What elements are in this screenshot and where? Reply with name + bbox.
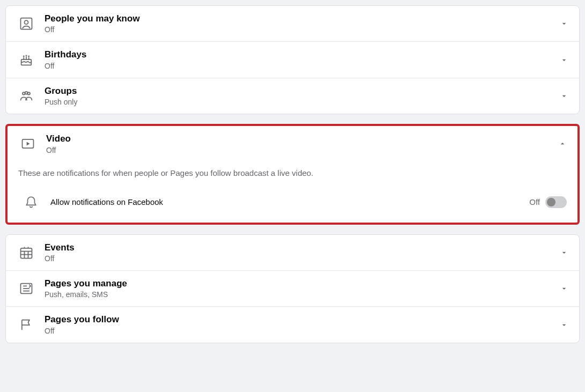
allow-notifications-row: Allow notifications on Facebook Off [8,188,577,223]
people-icon [17,14,36,33]
chevron-down-icon [560,248,568,257]
chevron-down-icon [560,19,568,28]
birthday-icon [17,50,36,70]
setting-title: Pages you manage [45,278,560,289]
svg-rect-0 [21,18,32,29]
svg-point-8 [25,92,28,94]
setting-status: Off [45,327,560,335]
setting-row-people-you-may-know[interactable]: People you may know Off [6,6,579,41]
svg-rect-10 [21,248,32,258]
svg-point-3 [24,56,24,56]
setting-row-birthdays[interactable]: Birthdays Off [6,41,579,77]
groups-icon [17,86,36,106]
setting-title: Groups [45,86,560,97]
setting-text: Pages you manage Push, emails, SMS [45,278,560,299]
setting-text: Birthdays Off [45,49,560,70]
video-icon [18,134,38,153]
video-description: These are notifications for when people … [8,162,577,188]
chevron-down-icon [560,92,568,100]
settings-card-video: Video Off These are notifications for wh… [5,124,580,224]
chevron-down-icon [560,321,568,329]
svg-point-4 [26,55,26,56]
setting-text: Video Off [46,134,558,154]
allow-notifications-toggle[interactable] [545,196,567,208]
setting-row-pages-you-follow[interactable]: Pages you follow Off [6,306,579,342]
settings-card-1: People you may know Off Birthdays Off Gr… [5,5,580,114]
setting-row-video[interactable]: Video Off [8,126,577,161]
setting-status: Push only [45,98,560,106]
setting-title: People you may know [45,13,560,24]
bell-icon [23,194,40,211]
setting-row-pages-you-manage[interactable]: Pages you manage Push, emails, SMS [6,270,579,306]
setting-status: Push, emails, SMS [45,290,560,299]
svg-point-1 [25,20,28,24]
chevron-down-icon [560,56,568,64]
setting-title: Birthdays [45,49,560,60]
setting-text: Pages you follow Off [45,314,560,335]
pages-manage-icon [17,279,36,298]
chevron-up-icon [558,139,567,148]
toggle-state-label: Off [529,197,540,206]
setting-title: Pages you follow [45,314,560,325]
setting-status: Off [45,25,560,34]
setting-row-events[interactable]: Events Off [6,235,579,270]
svg-point-5 [28,56,29,56]
setting-status: Off [45,62,560,70]
chevron-down-icon [560,284,568,293]
setting-title: Video [46,134,558,144]
setting-text: People you may know Off [45,13,560,34]
setting-status: Off [45,254,560,263]
pages-follow-icon [17,315,36,335]
setting-title: Events [45,242,560,253]
setting-text: Events Off [45,242,560,263]
toggle-knob [547,198,556,206]
allow-notifications-label: Allow notifications on Facebook [50,197,529,206]
setting-text: Groups Push only [45,86,560,106]
events-icon [17,243,36,262]
setting-row-groups[interactable]: Groups Push only [6,78,579,114]
settings-card-3: Events Off Pages you manage Push, emails… [5,234,580,343]
setting-status: Off [46,146,558,154]
